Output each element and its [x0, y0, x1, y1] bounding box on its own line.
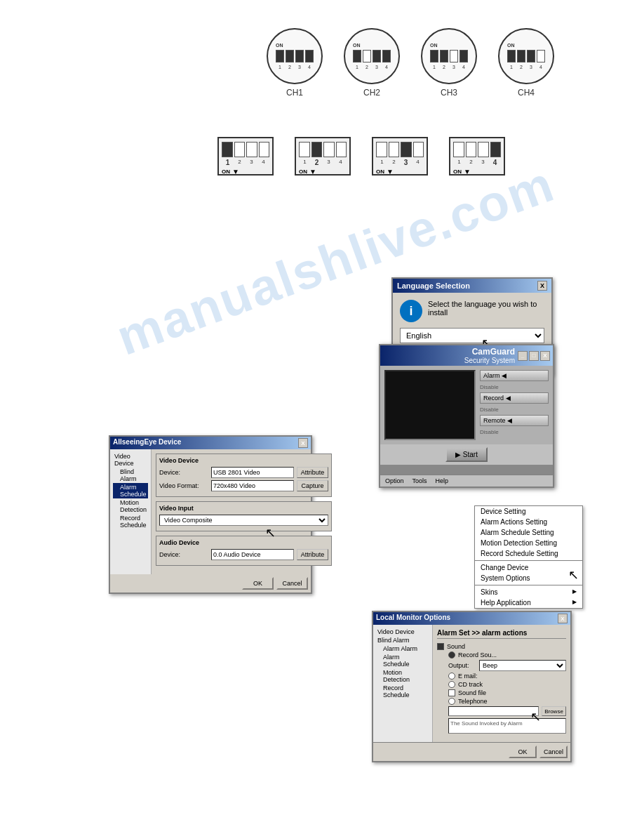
dip-ch2-label: CH2 — [363, 88, 380, 98]
cd-track-radio[interactable] — [448, 681, 455, 688]
attribute-button[interactable]: Attribute — [297, 467, 328, 478]
camguard-alarm-label: Disable — [480, 384, 549, 390]
camguard-title-text: CamGuard Security System — [383, 347, 518, 364]
menu-item-change-device[interactable]: Change Device — [475, 562, 582, 573]
rn1: 1 — [453, 159, 465, 166]
email-radio[interactable] — [448, 673, 455, 680]
alarm-sidebar-blind-alarm[interactable]: Blind Alarm — [376, 636, 429, 644]
rn2: 2 — [311, 159, 323, 166]
alarm-ok-button[interactable]: OK — [509, 746, 537, 758]
camguard-remote-button[interactable]: Remote ◀ — [480, 415, 549, 426]
menu-item-help-application[interactable]: Help Application ▶ — [475, 597, 582, 608]
camguard-win-buttons: _ □ X — [518, 351, 550, 361]
camguard-close-button[interactable]: X — [540, 351, 550, 361]
email-row: E mail: — [448, 673, 566, 680]
rn3: 3 — [323, 159, 335, 166]
sidebar-alarm-schedule[interactable]: Alarm Schedule — [113, 483, 148, 498]
record-sound-radio[interactable] — [448, 651, 455, 658]
sound-file-input[interactable] — [448, 706, 539, 716]
menu-item-skins[interactable]: Skins ▶ — [475, 587, 582, 597]
rn4: 4 — [489, 159, 501, 166]
alarm-sidebar-alarm-alarm[interactable]: Alarm Alarm — [376, 644, 429, 653]
sw4 — [413, 142, 424, 157]
device-input[interactable] — [211, 467, 294, 478]
language-select[interactable]: English — [400, 328, 544, 343]
dip-circle-ch1-graphic: ON 1 2 3 4 — [267, 28, 323, 84]
output-select[interactable]: Beep — [479, 660, 566, 671]
sound-file-input-row: Browse — [448, 706, 566, 716]
dip-circle-ch2: ON 1 2 3 4 CH2 — [344, 28, 400, 98]
driver-close-button[interactable]: X — [298, 438, 308, 448]
num2: 2 — [517, 65, 525, 70]
menu-item-device-setting[interactable]: Device Setting — [475, 506, 582, 517]
browse-button[interactable]: Browse — [542, 706, 566, 716]
dip-numbers-4: 1 2 3 4 — [507, 65, 545, 70]
sidebar-video-device[interactable]: Video Device — [113, 452, 148, 468]
camguard-minimize-button[interactable]: _ — [518, 351, 528, 361]
camguard-record-button[interactable]: Record ◀ — [480, 392, 549, 404]
camguard-start-row: ▶ Start — [380, 444, 553, 465]
sw2 — [234, 142, 246, 157]
lang-dialog-close-button[interactable]: X — [537, 281, 547, 291]
dip-switches-ch4 — [507, 50, 545, 62]
menu-item-motion-detection[interactable]: Motion Detection Setting — [475, 538, 582, 548]
rn2: 2 — [388, 159, 400, 166]
num3: 3 — [373, 65, 381, 70]
dip-circle-ch3: ON 1 2 3 4 CH3 — [421, 28, 477, 98]
sidebar-blind-alarm[interactable]: Blind Alarm — [113, 468, 148, 483]
alarm-close-button[interactable]: X — [558, 614, 568, 623]
dip-rect-2: 1 2 3 4 ON ▼ — [295, 137, 351, 176]
camguard-help-menu[interactable]: Help — [434, 477, 451, 485]
sound-file-checkbox[interactable] — [448, 689, 455, 696]
alarm-sidebar-record-schedule[interactable]: Record Schedule — [376, 684, 429, 699]
audio-attribute-button[interactable]: Attribute — [297, 549, 328, 560]
capture-button[interactable]: Capture — [297, 480, 328, 491]
camguard-maximize-button[interactable]: □ — [529, 351, 539, 361]
dip-rect-box-3: 1 2 3 4 ON ▼ — [372, 137, 428, 176]
num1: 1 — [507, 65, 516, 70]
audio-input[interactable] — [211, 549, 294, 560]
dip-arrow-4: ▼ — [464, 168, 471, 176]
alarm-cancel-button[interactable]: Cancel — [539, 746, 568, 758]
rn3: 3 — [246, 159, 257, 166]
dip-circle-ch4-graphic: ON 1 2 3 4 — [498, 28, 554, 84]
menu-item-record-schedule[interactable]: Record Schedule Setting — [475, 548, 582, 559]
alarm-sidebar-motion-detection[interactable]: Motion Detection — [376, 668, 429, 684]
rn4: 4 — [257, 159, 269, 166]
rn4: 4 — [335, 159, 347, 166]
camguard-toolbar: Option Tools Help — [380, 475, 553, 486]
driver-ok-button[interactable]: OK — [242, 577, 274, 590]
sidebar-record-schedule[interactable]: Record Schedule — [113, 514, 148, 529]
sidebar-motion-detection[interactable]: Motion Detection — [113, 498, 148, 514]
menu-item-alarm-actions[interactable]: Alarm Actions Setting — [475, 517, 582, 527]
dip-rects-section: 1 2 3 4 ON ▼ 1 2 3 4 — [217, 137, 505, 176]
alarm-sidebar-alarm-schedule[interactable]: Alarm Schedule — [376, 653, 429, 668]
help-arrow-icon: ▶ — [572, 599, 577, 605]
telephone-radio[interactable] — [448, 698, 455, 705]
dip-sw4 — [305, 50, 314, 62]
num1: 1 — [353, 65, 361, 70]
menu-item-system-options[interactable]: System Options — [475, 573, 582, 583]
dip-rect-on-1: ON ▼ — [222, 168, 269, 176]
num2: 2 — [286, 65, 294, 70]
dip-sw2 — [363, 50, 371, 62]
dip-on-label-2: ON — [353, 43, 361, 48]
dip-rect-nums-3: 1 2 3 4 — [376, 159, 424, 166]
video-input-section: Video Input Video Composite — [156, 501, 332, 531]
format-input[interactable] — [211, 480, 294, 491]
camguard-tools-menu[interactable]: Tools — [410, 477, 429, 485]
rn3: 3 — [400, 159, 412, 166]
video-input-select[interactable]: Video Composite — [159, 515, 328, 526]
driver-cancel-button[interactable]: Cancel — [276, 577, 308, 590]
alarm-action-buttons: OK Cancel — [373, 742, 570, 761]
camguard-alarm-button[interactable]: Alarm ◀ — [480, 370, 549, 381]
sound-file-label: Sound file — [458, 689, 486, 696]
camguard-start-button[interactable]: ▶ Start — [445, 447, 488, 462]
audio-field-row: Device: Attribute — [159, 549, 328, 560]
dip-arrow-3: ▼ — [387, 168, 394, 176]
sound-checkbox[interactable] — [437, 643, 444, 650]
alarm-sidebar-video-device[interactable]: Video Device — [376, 628, 429, 636]
menu-item-alarm-schedule[interactable]: Alarm Schedule Setting — [475, 527, 582, 538]
camguard-option-menu[interactable]: Option — [383, 477, 406, 485]
menu-separator-2 — [475, 585, 582, 585]
